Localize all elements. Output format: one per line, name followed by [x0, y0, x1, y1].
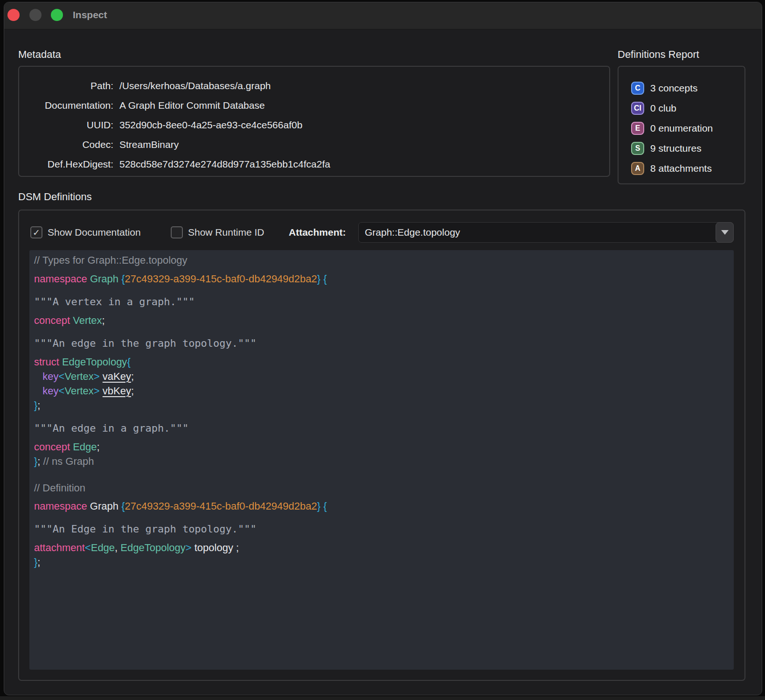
definitions-report-heading: Definitions Report — [618, 49, 699, 61]
code-editor[interactable]: // Types for Graph::Edge.topologynamespa… — [29, 250, 734, 670]
chevron-down-icon — [721, 230, 729, 235]
metadata-value: StreamBinary — [119, 139, 179, 150]
code-line: }; — [34, 398, 729, 413]
metadata-value: 528cd58e7d3274e274d8d977a135ebb1c4fca2fa — [119, 159, 330, 170]
report-badge: S — [631, 142, 644, 155]
checkmark-icon: ✓ — [33, 227, 40, 238]
code-line: }; // ns Graph — [34, 454, 729, 469]
metadata-label: Def.HexDigest: — [19, 159, 113, 170]
inspect-window: Inspect Metadata Path: /Users/kerhoas/Da… — [4, 2, 762, 695]
titlebar: Inspect — [4, 2, 762, 29]
metadata-panel: Path: /Users/kerhoas/Databases/a.graph D… — [18, 66, 610, 177]
code-line: namespace Graph {27c49329-a399-415c-baf0… — [34, 272, 729, 286]
metadata-label: UUID: — [19, 119, 113, 131]
dsm-definitions-panel: ✓ Show Documentation ✓ Show Runtime ID A… — [18, 210, 745, 681]
zoom-button[interactable] — [51, 9, 63, 21]
attachment-dropdown-button[interactable] — [716, 222, 734, 243]
metadata-value: /Users/kerhoas/Databases/a.graph — [119, 80, 271, 91]
metadata-row: Def.HexDigest: 528cd58e7d3274e274d8d977a… — [19, 154, 609, 174]
metadata-label: Path: — [19, 80, 113, 91]
metadata-label: Documentation: — [19, 100, 113, 111]
code-line: // Definition — [34, 481, 729, 495]
close-button[interactable] — [7, 9, 20, 21]
report-badge: C — [631, 82, 644, 95]
code-line: }; — [34, 555, 729, 569]
minimize-button[interactable] — [29, 9, 42, 21]
report-badge: A — [631, 162, 644, 175]
metadata-value: A Graph Editor Commit Database — [119, 100, 265, 111]
metadata-value: 352d90cb-8ee0-4a25-ae93-ce4ce566af0b — [119, 119, 302, 131]
report-item: S 9 structures — [619, 138, 744, 158]
metadata-label: Codec: — [19, 139, 113, 150]
code-line: """A vertex in a graph.""" — [34, 294, 729, 309]
report-item: A 8 attachments — [619, 158, 744, 178]
report-item: E 0 enumeration — [619, 118, 744, 138]
report-label: 3 concepts — [650, 83, 698, 94]
code-line: """An Edge in the graph topology.""" — [34, 522, 729, 536]
code-line: """An edge in the graph topology.""" — [34, 336, 729, 350]
code-line: namespace Graph {27c49329-a399-415c-baf0… — [34, 499, 729, 513]
code-line: key<Vertex> vbKey; — [34, 384, 729, 398]
report-list: C 3 concepts Cl 0 club E 0 enumeration S… — [619, 78, 744, 178]
report-label: 9 structures — [650, 143, 702, 154]
code-line: attachment<Edge, EdgeTopology> topology … — [34, 540, 729, 555]
attachment-dropdown-value: Graph::Edge.topology — [365, 223, 460, 242]
code-line: key<Vertex> vaKey; — [34, 369, 729, 384]
code-line: """An edge in a graph.""" — [34, 421, 729, 435]
code-line: concept Edge; — [34, 440, 729, 454]
report-label: 8 attachments — [650, 163, 712, 174]
show-runtime-id-label: Show Runtime ID — [188, 226, 264, 238]
code-line: concept Vertex; — [34, 313, 729, 328]
report-label: 0 club — [650, 103, 676, 114]
window-title: Inspect — [73, 9, 107, 21]
show-documentation-checkbox[interactable]: ✓ — [30, 226, 42, 238]
attachment-dropdown[interactable]: Graph::Edge.topology — [358, 222, 734, 243]
code-line: struct EdgeTopology{ — [34, 355, 729, 369]
report-badge: E — [631, 122, 644, 135]
metadata-row: Codec: StreamBinary — [19, 135, 609, 154]
show-documentation-label: Show Documentation — [48, 226, 141, 238]
metadata-row: UUID: 352d90cb-8ee0-4a25-ae93-ce4ce566af… — [19, 115, 609, 135]
metadata-row: Documentation: A Graph Editor Commit Dat… — [19, 96, 609, 115]
code-line: // Types for Graph::Edge.topology — [34, 253, 729, 267]
definitions-report-panel: C 3 concepts Cl 0 club E 0 enumeration S… — [618, 66, 745, 184]
metadata-row: Path: /Users/kerhoas/Databases/a.graph — [19, 76, 609, 96]
attachment-label: Attachment: — [289, 226, 346, 238]
background-window-edge — [0, 696, 765, 700]
metadata-heading: Metadata — [18, 49, 61, 61]
report-item: Cl 0 club — [619, 98, 744, 118]
report-badge: Cl — [631, 102, 644, 115]
metadata-rows: Path: /Users/kerhoas/Databases/a.graph D… — [19, 76, 609, 174]
show-runtime-id-checkbox[interactable]: ✓ — [171, 226, 183, 238]
report-label: 0 enumeration — [650, 123, 713, 134]
report-item: C 3 concepts — [619, 78, 744, 98]
dsm-definitions-heading: DSM Definitions — [18, 191, 92, 203]
